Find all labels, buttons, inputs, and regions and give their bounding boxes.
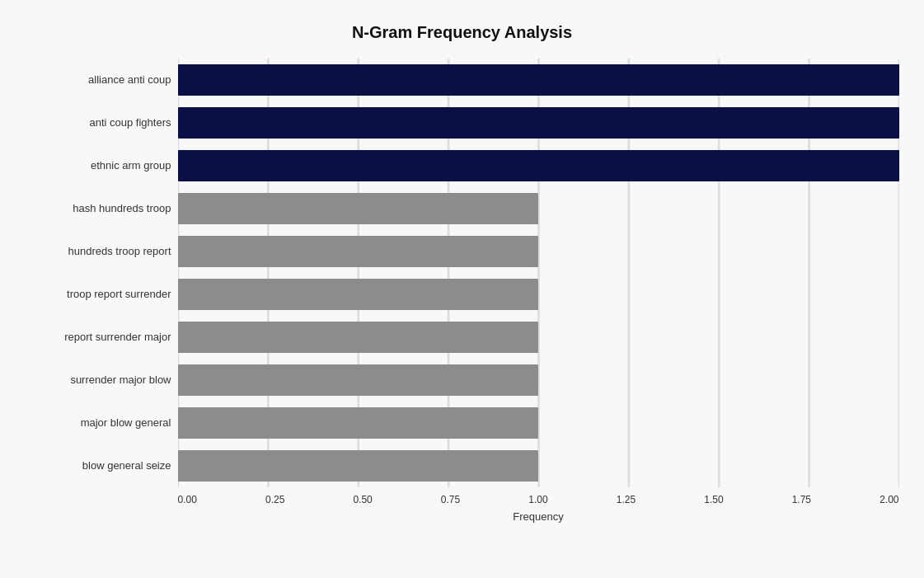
bar (178, 150, 899, 181)
bar (178, 450, 539, 482)
y-label: major blow general (81, 402, 171, 444)
y-label: alliance anti coup (88, 59, 171, 101)
bar-row (178, 230, 899, 273)
y-label: anti coup fighters (89, 101, 171, 144)
bar (178, 364, 539, 396)
bar-row (178, 144, 899, 187)
y-label: hash hundreds troop (73, 187, 171, 230)
bar (178, 407, 539, 439)
bar (178, 322, 539, 353)
x-tick: 1.50 (704, 494, 723, 505)
x-ticks: 0.000.250.500.751.001.251.501.752.00 (178, 494, 899, 505)
x-tick: 1.00 (528, 494, 547, 505)
bars (178, 59, 899, 487)
x-tick: 0.50 (353, 494, 372, 505)
chart-title: N-Gram Frequency Analysis (26, 23, 899, 42)
y-label: troop report surrender (67, 273, 171, 316)
bar-row (178, 402, 899, 444)
bar-row (178, 59, 899, 101)
y-labels: alliance anti coupanti coup fightersethn… (26, 59, 178, 487)
y-label: blow general seize (82, 444, 171, 487)
x-axis-label: Frequency (178, 510, 899, 523)
bar-row (178, 101, 899, 144)
y-label: hundreds troop report (68, 230, 171, 273)
bar (178, 107, 899, 139)
y-label: report surrender major (64, 316, 171, 359)
x-axis-area: 0.000.250.500.751.001.251.501.752.00 Fre… (178, 494, 899, 523)
bar (178, 193, 539, 224)
x-tick: 0.75 (441, 494, 460, 505)
bar (178, 236, 539, 267)
bars-and-grid (178, 59, 899, 487)
x-tick: 0.25 (265, 494, 284, 505)
x-tick: 1.75 (792, 494, 811, 505)
x-tick: 1.25 (617, 494, 636, 505)
bar (178, 64, 899, 96)
bar-row (178, 273, 899, 316)
bar-row (178, 359, 899, 402)
x-tick: 0.00 (178, 494, 197, 505)
x-tick: 2.00 (879, 494, 898, 505)
bar-row (178, 444, 899, 487)
bar-row (178, 316, 899, 359)
bar-row (178, 187, 899, 230)
chart-area: alliance anti coupanti coup fightersethn… (26, 59, 899, 487)
chart-container: N-Gram Frequency Analysis alliance anti … (9, 7, 916, 572)
bar (178, 279, 539, 310)
y-label: surrender major blow (70, 359, 171, 402)
y-label: ethnic arm group (91, 144, 171, 187)
